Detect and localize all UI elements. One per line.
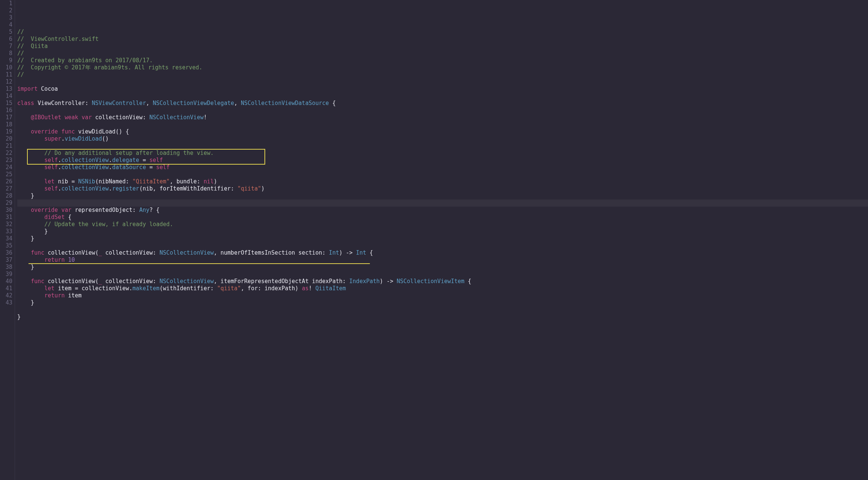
line-number[interactable]: 21 <box>0 142 12 150</box>
code-line[interactable]: } <box>17 192 868 200</box>
code-line[interactable]: func collectionView(_ collectionView: NS… <box>17 278 868 285</box>
line-number[interactable]: 25 <box>0 171 12 178</box>
line-number[interactable]: 30 <box>0 207 12 214</box>
code-line[interactable]: super.viewDidLoad() <box>17 135 868 142</box>
line-number[interactable]: 16 <box>0 107 12 114</box>
code-line[interactable]: // <box>17 28 868 36</box>
code-line[interactable]: } <box>17 299 868 306</box>
line-number[interactable]: 42 <box>0 292 12 299</box>
code-line[interactable]: override var representedObject: Any? { <box>17 207 868 214</box>
code-line[interactable]: // ViewController.swift <box>17 36 868 43</box>
line-number[interactable]: 8 <box>0 50 12 57</box>
line-number[interactable]: 5 <box>0 28 12 36</box>
line-number[interactable]: 43 <box>0 299 12 306</box>
code-line[interactable]: override func viewDidLoad() { <box>17 128 868 135</box>
code-editor[interactable]: 1234567891011121314151617181920212223242… <box>0 0 868 480</box>
code-line[interactable] <box>17 328 868 335</box>
code-line[interactable]: // <box>17 50 868 57</box>
line-number[interactable]: 28 <box>0 192 12 200</box>
line-number[interactable]: 3 <box>0 14 12 21</box>
line-number[interactable]: 12 <box>0 78 12 86</box>
line-number[interactable]: 11 <box>0 71 12 78</box>
line-number[interactable]: 31 <box>0 214 12 221</box>
line-number[interactable]: 36 <box>0 249 12 256</box>
code-line[interactable] <box>17 171 868 178</box>
code-line[interactable] <box>17 200 868 207</box>
code-line[interactable]: class ViewController: NSViewController, … <box>17 100 868 107</box>
code-line[interactable] <box>17 306 868 314</box>
line-number[interactable]: 41 <box>0 285 12 292</box>
line-number[interactable]: 2 <box>0 7 12 14</box>
line-number[interactable]: 13 <box>0 86 12 93</box>
line-number-gutter[interactable]: 1234567891011121314151617181920212223242… <box>0 0 15 480</box>
code-area[interactable]: //// ViewController.swift// Qiita//// Cr… <box>15 0 868 480</box>
code-token <box>44 249 48 256</box>
code-line[interactable] <box>17 142 868 150</box>
code-line[interactable]: @IBOutlet weak var collectionView: NSCol… <box>17 114 868 121</box>
code-line[interactable]: } <box>17 264 868 271</box>
code-line[interactable]: // <box>17 71 868 78</box>
line-number[interactable]: 20 <box>0 135 12 142</box>
line-number[interactable]: 14 <box>0 93 12 100</box>
code-line[interactable] <box>17 121 868 128</box>
line-number[interactable]: 32 <box>0 221 12 228</box>
code-line[interactable]: // Copyright © 2017年 arabian9ts. All rig… <box>17 64 868 71</box>
line-number[interactable]: 9 <box>0 57 12 64</box>
code-line[interactable]: // Created by arabian9ts on 2017/08/17. <box>17 57 868 64</box>
line-number[interactable]: 39 <box>0 271 12 278</box>
code-line[interactable]: self.collectionView.register(nib, forIte… <box>17 185 868 192</box>
code-line[interactable]: let nib = NSNib(nibNamed: "QiitaItem", b… <box>17 178 868 185</box>
line-number[interactable]: 37 <box>0 256 12 264</box>
line-number[interactable]: 19 <box>0 128 12 135</box>
line-number[interactable]: 23 <box>0 157 12 164</box>
line-number[interactable]: 6 <box>0 36 12 43</box>
code-token: // Copyright © 2017年 arabian9ts. All rig… <box>17 64 203 71</box>
line-number[interactable]: 4 <box>0 21 12 28</box>
line-number[interactable]: 1 <box>0 0 12 7</box>
code-line[interactable] <box>17 107 868 114</box>
code-token: collectionView <box>61 164 108 171</box>
code-line[interactable]: return item <box>17 292 868 299</box>
code-line[interactable]: import Cocoa <box>17 86 868 93</box>
code-line[interactable]: self.collectionView.delegate = self <box>17 157 868 164</box>
line-number[interactable]: 35 <box>0 242 12 249</box>
code-line[interactable]: return 10 <box>17 256 868 264</box>
code-token: NSCollectionViewItem <box>396 278 464 285</box>
code-token: } <box>17 228 48 235</box>
line-number[interactable]: 15 <box>0 100 12 107</box>
code-line[interactable] <box>17 321 868 328</box>
code-line[interactable]: didSet { <box>17 214 868 221</box>
code-line[interactable]: func collectionView(_ collectionView: NS… <box>17 249 868 256</box>
code-line[interactable]: } <box>17 235 868 242</box>
code-line[interactable]: // Qiita <box>17 43 868 50</box>
code-token <box>17 256 44 263</box>
code-line[interactable] <box>17 93 868 100</box>
line-number[interactable]: 26 <box>0 178 12 185</box>
code-token: Cocoa <box>41 86 58 92</box>
code-line[interactable]: let item = collectionView.makeItem(withI… <box>17 285 868 292</box>
line-number[interactable]: 17 <box>0 114 12 121</box>
code-token: self <box>156 164 170 171</box>
line-number[interactable]: 7 <box>0 43 12 50</box>
code-line[interactable]: } <box>17 314 868 321</box>
line-number[interactable]: 18 <box>0 121 12 128</box>
code-line[interactable]: } <box>17 228 868 235</box>
code-token: // Created by arabian9ts on 2017/08/17. <box>17 57 153 64</box>
line-number[interactable]: 40 <box>0 278 12 285</box>
code-line[interactable] <box>17 271 868 278</box>
line-number[interactable]: 34 <box>0 235 12 242</box>
line-number[interactable]: 29 <box>0 200 12 207</box>
code-token <box>17 214 44 220</box>
line-number[interactable]: 38 <box>0 264 12 271</box>
code-line[interactable] <box>17 242 868 249</box>
line-number[interactable]: 10 <box>0 64 12 71</box>
code-line[interactable] <box>17 78 868 86</box>
line-number[interactable]: 24 <box>0 164 12 171</box>
code-token: } <box>17 264 34 270</box>
code-line[interactable]: // Update the view, if already loaded. <box>17 221 868 228</box>
line-number[interactable]: 27 <box>0 185 12 192</box>
line-number[interactable]: 33 <box>0 228 12 235</box>
line-number[interactable]: 22 <box>0 150 12 157</box>
code-line[interactable]: // Do any additional setup after loading… <box>17 150 868 157</box>
code-line[interactable]: self.collectionView.dataSource = self <box>17 164 868 171</box>
